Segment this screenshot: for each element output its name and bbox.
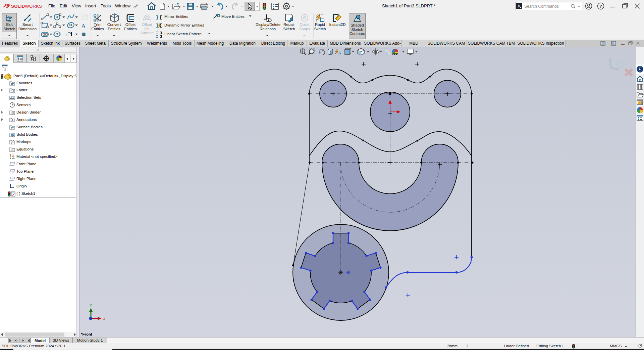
svg-text:Y: Y — [90, 303, 92, 307]
svg-text:A: A — [338, 50, 341, 55]
svg-text:A: A — [11, 119, 13, 122]
svg-text:Σ: Σ — [11, 148, 13, 152]
svg-text:?: ? — [599, 4, 602, 9]
svg-text:x: x — [103, 317, 105, 320]
svg-text:SOLID: SOLID — [11, 4, 25, 9]
svg-text:WORKS: WORKS — [25, 4, 42, 9]
svg-text:A: A — [81, 23, 86, 30]
